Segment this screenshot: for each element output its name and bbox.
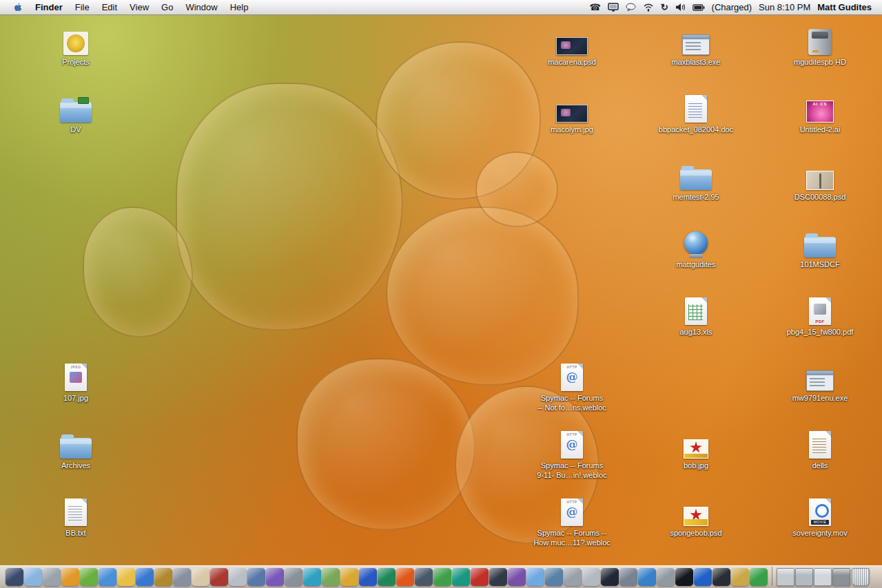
menu-file[interactable]: File [69, 0, 96, 15]
dock-app-32[interactable] [582, 568, 600, 586]
menu-go[interactable]: Go [155, 0, 179, 15]
dock-app-04[interactable] [61, 568, 79, 586]
dock-app-41[interactable] [750, 568, 768, 586]
desktop-icon-aug13-xls[interactable]: aug13.xls [655, 295, 737, 337]
airport-icon[interactable] [643, 0, 654, 15]
dock-app-05[interactable] [80, 568, 98, 586]
dock-app-20[interactable] [359, 568, 377, 586]
user-menu[interactable]: Matt Gudites [814, 0, 875, 15]
dock-app-01[interactable] [6, 568, 23, 586]
dock-app-25[interactable] [452, 568, 470, 586]
dock-app-21[interactable] [378, 568, 396, 586]
dock-app-28[interactable] [508, 568, 526, 586]
desktop-icon-101msdcf-folder[interactable]: 101MSDCF [779, 227, 861, 270]
dock-app-15[interactable] [266, 568, 284, 586]
desktop-icon-bb-txt[interactable]: BB.txt [34, 496, 117, 538]
desktop-icon-dells[interactable]: dells [779, 428, 861, 471]
battery-icon[interactable] [693, 0, 705, 15]
dock-app-19[interactable] [340, 568, 358, 586]
dock-app-07[interactable] [117, 568, 135, 586]
dock-app-16[interactable] [285, 568, 302, 586]
menu-clock[interactable]: Sun 8:10 PM [755, 0, 814, 15]
dock-app-39[interactable] [712, 568, 730, 586]
minimized-window-2[interactable] [795, 568, 813, 586]
menu-edit[interactable]: Edit [96, 0, 123, 15]
desktop-icon-bob-jpg[interactable]: bob.jpg [655, 428, 737, 471]
dock-app-40[interactable] [731, 568, 749, 586]
desktop-icon-untitled-2-ai[interactable]: AI CS Untitled-2.ai [779, 92, 861, 135]
dock-app-33[interactable] [601, 568, 619, 586]
icon-label: Untitled-2.ai [779, 125, 861, 135]
bubble-shape [475, 151, 558, 227]
desktop-icon-macarena-psd[interactable]: macarena.psd [531, 25, 613, 67]
displays-icon[interactable] [608, 0, 619, 15]
apple-menu[interactable] [7, 2, 29, 13]
dock-app-11[interactable] [192, 568, 209, 586]
desktop-icon-mattgudites[interactable]: mattgudites [655, 227, 737, 270]
desktop-icon-mguditespb-hd[interactable]: mguditespb HD [779, 25, 861, 67]
dock-app-17[interactable] [303, 568, 321, 586]
dock-app-18[interactable] [322, 568, 340, 586]
desktop-icon-maxblast3-exe[interactable]: maxblast3.exe [655, 25, 737, 67]
trash[interactable] [850, 568, 868, 586]
dock-app-29[interactable] [526, 568, 544, 586]
dock-app-09[interactable] [154, 568, 172, 586]
desktop-icon-sovereignty-mov[interactable]: MOVIE sovereignty.mov [779, 496, 861, 538]
app-icon [619, 568, 637, 586]
dock-app-14[interactable] [247, 568, 265, 586]
desktop-icon-projects[interactable]: Projects [34, 25, 117, 67]
dock-app-26[interactable] [471, 568, 489, 586]
dock-app-03[interactable] [43, 568, 61, 586]
minimized-window-3[interactable] [814, 568, 832, 586]
dock-app-13[interactable] [229, 568, 247, 586]
desktop-icon-spymac-webloc-1[interactable]: HTTP @ Spymac -- Forums -- Not fo…ns.web… [531, 361, 613, 413]
dock-app-24[interactable] [433, 568, 451, 586]
desktop-icon-spongebob-psd[interactable]: spongebob.psd [655, 496, 737, 538]
minimized-window-icon [832, 568, 850, 586]
dock-app-37[interactable] [675, 568, 693, 586]
dock-app-02[interactable] [24, 568, 42, 586]
desktop-icon-pbg4-pdf[interactable]: PDF pbg4_15_fw800.pdf [779, 295, 861, 337]
menu-view[interactable]: View [123, 0, 155, 15]
desktop-icon-archives[interactable]: Archives [34, 428, 117, 471]
dock-app-36[interactable] [657, 568, 675, 586]
app-icon [508, 568, 526, 586]
dock-app-22[interactable] [396, 568, 414, 586]
dock-app-35[interactable] [638, 568, 656, 586]
app-icon [136, 568, 154, 586]
dock-app-34[interactable] [619, 568, 637, 586]
desktop[interactable]: Finder File Edit View Go Window Help ☎ ↻ [0, 0, 882, 588]
battery-status[interactable]: (Charged) [708, 0, 756, 15]
dock-app-27[interactable] [489, 568, 507, 586]
menu-bar-left: Finder File Edit View Go Window Help [0, 0, 254, 14]
dock-app-06[interactable] [99, 568, 116, 586]
dock-app-08[interactable] [136, 568, 154, 586]
minimized-window-1[interactable] [777, 568, 794, 586]
desktop-icon-dv[interactable]: DV [34, 92, 117, 135]
dock-app-10[interactable] [173, 568, 191, 586]
menu-finder[interactable]: Finder [29, 0, 69, 15]
sync-icon[interactable]: ↻ [661, 0, 668, 15]
dock-app-31[interactable] [564, 568, 582, 586]
desktop-icon-mw9791enu-exe[interactable]: mw9791enu.exe [779, 361, 861, 403]
phone-icon[interactable]: ☎ [589, 0, 600, 15]
dock-app-23[interactable] [415, 568, 433, 586]
dock-app-12[interactable] [210, 568, 228, 586]
app-icon [24, 568, 42, 586]
desktop-icon-bbpacket-doc[interactable]: bbpacket_082004.doc [655, 92, 737, 135]
desktop-icon-107-jpg[interactable]: JPEG 107.jpg [34, 361, 117, 403]
desktop-icon-dsc00088-psd[interactable]: DSC00088.psd [779, 160, 861, 202]
desktop-icon-spymac-webloc-3[interactable]: HTTP @ Spymac -- Forums -- How muc…11?.w… [531, 496, 613, 548]
app-icon [526, 568, 544, 586]
desktop-icon-spymac-webloc-2[interactable]: HTTP @ Spymac -- Forums 9-11- Bu…in!.web… [531, 428, 613, 481]
menu-help[interactable]: Help [224, 0, 255, 15]
app-icon [564, 568, 582, 586]
dock-app-38[interactable] [694, 568, 712, 586]
minimized-window-4[interactable] [832, 568, 850, 586]
chat-icon[interactable] [626, 0, 636, 15]
volume-icon[interactable] [675, 0, 686, 15]
menu-window[interactable]: Window [179, 0, 223, 15]
dock-app-30[interactable] [545, 568, 563, 586]
desktop-icon-memtest-folder[interactable]: memtest-2.95 [655, 160, 737, 202]
desktop-icon-macolym-jpg[interactable]: macolym.jpg [531, 92, 613, 135]
